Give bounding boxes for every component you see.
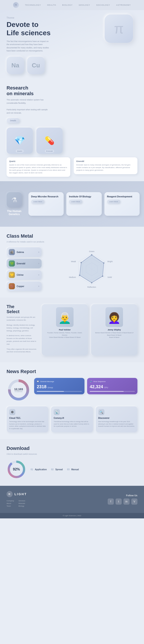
remove-emerald[interactable]: × <box>38 262 40 265</box>
class-metal-section: Class Metal A reference for metals used … <box>0 227 144 298</box>
convoy-desc: Transitional technology refers to energy… <box>54 420 90 428</box>
svg-text:Weak: Weak <box>71 260 76 262</box>
social-vimeo[interactable]: V <box>131 498 138 504</box>
select-abstract-desc: In abstract terms, when science focuses … <box>6 334 37 346</box>
footer-follow: Follow Us f t in V <box>108 494 138 504</box>
download-item-spread[interactable]: 02 Spread <box>51 468 63 471</box>
download-content: 92% 01 Application 02 Spread 03 Manual <box>6 460 138 479</box>
convoy-icon: 📡 <box>54 409 60 415</box>
select-biology-desc: Biology: identify divided into ecology, … <box>6 324 37 332</box>
learn-more-biology[interactable]: Learn More <box>69 200 82 204</box>
minerals-extended: Particularly important when testing with… <box>6 108 50 114</box>
metal-item-citrine[interactable]: 💛 Citrine × <box>6 270 42 280</box>
stat-bar-fill-general <box>37 391 64 392</box>
research-card-biology: Institute Of Biology Learn More <box>66 192 102 216</box>
navigation: π TECHNOLOGY HEALTH BIOLOGY GEOLOGY SOCI… <box>0 0 144 10</box>
minerals-section: Researchon minerals The automatic minera… <box>0 78 144 181</box>
jenny-name: Jenny Shipley <box>94 329 134 331</box>
minerals-title: Researchon minerals <box>6 85 138 96</box>
footer-logo-icon: π <box>6 491 13 497</box>
metal-item-galena[interactable]: 🪨 Galena × <box>6 247 42 257</box>
hero-pi-symbol: π <box>104 14 133 43</box>
stat-number-virus: 42,324 CFU <box>90 384 135 389</box>
download-subtitle: Click to download useful resources <box>6 453 138 455</box>
virus-sequence-icon: 🧬 <box>90 380 92 382</box>
jenny-avatar: 👩‍🦱 <box>106 307 123 327</box>
social-linkedin[interactable]: in <box>124 498 130 504</box>
stat-header-virus: 🧬 Virus Sequence <box>90 380 135 382</box>
nav-item-health[interactable]: HEALTH <box>47 4 56 6</box>
select-right: 👨‍🦳 Paul Volcker Founder, Former Directo… <box>42 304 138 356</box>
paul-role: Founder, Former Director, Partner, Found… <box>45 332 85 336</box>
news-top: 12,103 EVIDENCE 💬 General Message 2318 G… <box>6 378 138 402</box>
download-item-app[interactable]: 01 Application <box>31 468 47 471</box>
stat-bar-fill-virus <box>90 391 124 392</box>
nav-item-sociology[interactable]: SOCIOLOGY <box>96 4 110 6</box>
social-facebook[interactable]: f <box>108 498 114 504</box>
element-na: Na <box>6 57 24 74</box>
svg-text:Reflection: Reflection <box>87 286 96 288</box>
download-num-spread: 02 <box>51 468 54 471</box>
minerals-row: 💎 Quartz 💊 Emerald <box>6 128 138 154</box>
hero-section: Theme Devote toLife sciences The fact th… <box>0 10 144 78</box>
jenny-desc: Board M Basel <box>94 336 134 339</box>
remove-copper[interactable]: × <box>38 285 40 288</box>
genetics-section: ⚗ The HumanGenetics Deep Microbe Researc… <box>0 181 144 227</box>
emerald-card: Emerald Emerald: back to many minerals a… <box>74 157 138 174</box>
nav-item-astronomy[interactable]: ASTRONOMY <box>116 4 131 6</box>
genetics-right: Deep Microbe Research Learn More Institu… <box>28 188 144 220</box>
download-label-spread: Spread <box>55 468 63 471</box>
news-stats: 💬 General Message 2318 Group 🧬 Virus Seq… <box>34 378 138 394</box>
mineral-emerald-image: 💊 Emerald <box>36 128 62 154</box>
research-card-reagent: Reagent Development Learn More <box>104 192 140 216</box>
research-card-reagent-title: Reagent Development <box>107 195 137 198</box>
research-card-microbe: Deep Microbe Research Learn More <box>28 192 64 216</box>
footer-social: f t in V <box>108 498 138 504</box>
nav-logo[interactable]: π <box>13 2 19 8</box>
person-card-paul: 👨‍🦳 Paul Volcker Founder, Former Directo… <box>42 304 88 356</box>
svg-text:Solid: Solid <box>108 276 112 278</box>
svg-point-17 <box>79 274 80 276</box>
nav-item-technology[interactable]: TECHNOLOGY <box>25 4 41 6</box>
footer-link-biology[interactable]: Biology <box>18 505 27 507</box>
stat-card-virus: 🧬 Virus Sequence 42,324 CFU <box>87 378 138 394</box>
news-item-discoverer: 🔍 Discoverer New technology breakthrough… <box>96 406 138 432</box>
select-description: Socialized people and groups life are su… <box>6 316 37 322</box>
metal-item-emerald[interactable]: 💚 Emerald × <box>6 259 42 268</box>
social-twitter[interactable]: t <box>116 498 122 504</box>
download-item-manual[interactable]: 03 Manual <box>67 468 79 471</box>
metal-item-copper[interactable]: 🟤 Copper × <box>6 282 42 291</box>
hero-elements: Na Cu <box>6 57 138 74</box>
footer-link-team[interactable]: Team <box>6 505 15 507</box>
footer-link-minerals[interactable]: Minerals <box>18 502 27 504</box>
general-message-icon: 💬 <box>37 380 39 382</box>
remove-galena[interactable]: × <box>38 251 40 254</box>
download-title: Download <box>6 446 138 451</box>
element-cu: Cu <box>27 57 45 74</box>
details-button[interactable]: Details <box>6 118 20 123</box>
footer-link-company[interactable]: Company <box>6 500 15 502</box>
radar-grid: Green Bright Solid Reflection Medium Wea… <box>69 250 113 288</box>
svg-text:Green: Green <box>89 250 94 252</box>
convoy-title: Convoy-H <box>54 417 90 419</box>
cloud-desc: Technology refers to the technologies an… <box>9 420 46 430</box>
footer-link-services[interactable]: Services <box>18 500 27 502</box>
nav-item-geology[interactable]: GEOLOGY <box>79 4 90 6</box>
donut-chart: 12,103 EVIDENCE <box>6 378 31 402</box>
footer-link-about[interactable]: About <box>6 502 15 504</box>
select-content: TheSelect Socialized people and groups l… <box>6 304 138 356</box>
svg-point-18 <box>80 262 82 263</box>
quartz-card: Quartz Quartz is one of the most common … <box>6 157 70 177</box>
learn-more-microbe[interactable]: Learn More <box>31 200 44 204</box>
nav-item-biology[interactable]: BIOLOGY <box>62 4 73 6</box>
stat-bar-virus <box>90 391 135 392</box>
download-num-manual: 03 <box>67 468 70 471</box>
remove-citrine[interactable]: × <box>38 274 40 276</box>
news-title: News Report <box>6 369 138 374</box>
genetics-icon: ⚗ <box>6 192 22 208</box>
paul-name: Paul Volcker <box>45 329 85 331</box>
radar-svg: Green Bright Solid Reflection Medium Wea… <box>66 247 118 291</box>
learn-more-reagent[interactable]: Learn More <box>107 200 120 204</box>
discoverer-title: Discoverer <box>98 417 135 419</box>
genetics-left: ⚗ The HumanGenetics <box>0 188 28 220</box>
